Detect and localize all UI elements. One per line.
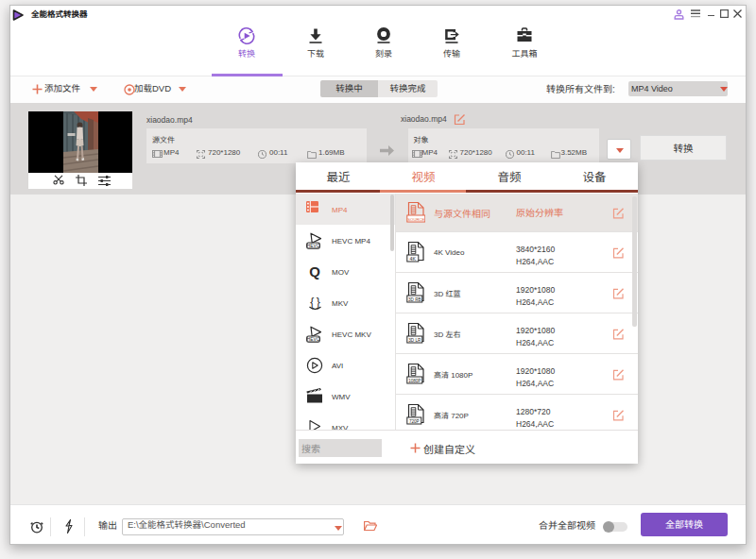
svg-text:1080P: 1080P <box>408 379 421 383</box>
svg-text:720P: 720P <box>409 419 420 424</box>
svg-text:3D LR: 3D LR <box>408 338 421 343</box>
svg-text:SOURCE: SOURCE <box>407 217 424 222</box>
svg-text:4K: 4K <box>410 256 417 262</box>
svg-text:3D RB: 3D RB <box>408 297 421 302</box>
